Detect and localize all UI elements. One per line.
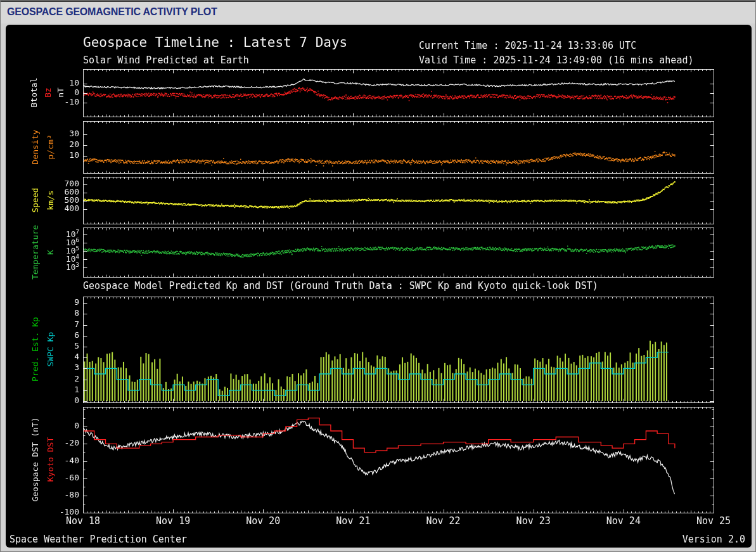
y-axis-label-geospace-dst: Geospace DST (nT) xyxy=(30,417,40,501)
y-tick-label: -20 xyxy=(41,438,79,447)
y-tick-label: 10 xyxy=(41,150,79,160)
y-tick-label: 20 xyxy=(41,139,79,149)
x-axis-label: Nov 19 xyxy=(148,515,198,527)
y-tick-label: 6 xyxy=(41,330,79,340)
y-tick-label: 2 xyxy=(41,374,79,383)
header-bar: GEOSPACE GEOMAGNETIC ACTIVITY PLOT xyxy=(1,1,755,23)
x-axis-label: Nov 24 xyxy=(598,515,649,527)
y-tick-label: -40 xyxy=(41,456,79,465)
y-tick-label: 0 xyxy=(41,421,79,430)
y-tick-label: 0 xyxy=(41,395,79,405)
y-axis-label-temperature: Temperature xyxy=(30,225,40,279)
footer-credit: Space Weather Prediction Center xyxy=(10,534,187,545)
y-tick-label: -80 xyxy=(41,490,79,499)
page: GEOSPACE GEOMAGNETIC ACTIVITY PLOT Geosp… xyxy=(0,0,756,552)
x-axis-label: Nov 20 xyxy=(238,515,288,527)
y-tick-label: 0 xyxy=(41,87,79,97)
y-axis-label-speed: Speed xyxy=(30,188,40,212)
chart-title: Geospace Timeline : Latest 7 Days xyxy=(83,35,347,50)
y-tick-label: 10 xyxy=(41,78,79,87)
y-tick-label: -10 xyxy=(41,97,79,106)
valid-time-label: Valid Time : 2025-11-24 13:49:00 (16 min… xyxy=(419,55,693,66)
footer-version: Version 2.0 xyxy=(682,534,745,545)
y-tick-label: 30 xyxy=(41,129,79,138)
y-tick-label: 9 xyxy=(41,297,79,307)
y-tick-label: 5 xyxy=(41,341,79,350)
x-axis-label: Nov 21 xyxy=(328,515,378,527)
y-tick-label: 3 xyxy=(41,363,79,372)
y-tick-label: -60 xyxy=(41,473,79,482)
y-tick-label: 400 xyxy=(41,203,79,213)
current-time-label: Current Time : 2025-11-24 13:33:06 UTC xyxy=(419,40,636,51)
y-tick-label: 7 xyxy=(41,319,79,329)
section2-title: Geospace Model Predicted Kp and DST (Gro… xyxy=(83,280,598,292)
x-axis-label: Nov 18 xyxy=(58,515,108,527)
page-title: GEOSPACE GEOMAGNETIC ACTIVITY PLOT xyxy=(7,6,217,18)
y-axis-label-density: Density xyxy=(30,130,40,165)
y-tick-label: 1 xyxy=(41,385,79,394)
plot-area: Geospace Timeline : Latest 7 Days Curren… xyxy=(6,25,752,548)
y-axis-label-btotal: Btotal xyxy=(29,78,39,108)
y-axis-label-pred-kp: Pred. Est. Kp xyxy=(30,317,40,382)
y-tick-label: 8 xyxy=(41,308,79,318)
y-tick-label: 103 xyxy=(41,262,79,272)
x-axis-label: Nov 23 xyxy=(508,515,559,527)
x-axis-label: Nov 25 xyxy=(688,515,739,527)
y-tick-label: 4 xyxy=(41,352,79,361)
x-axis-label: Nov 22 xyxy=(418,515,469,527)
solar-wind-subtitle: Solar Wind Predicted at Earth xyxy=(83,55,249,66)
